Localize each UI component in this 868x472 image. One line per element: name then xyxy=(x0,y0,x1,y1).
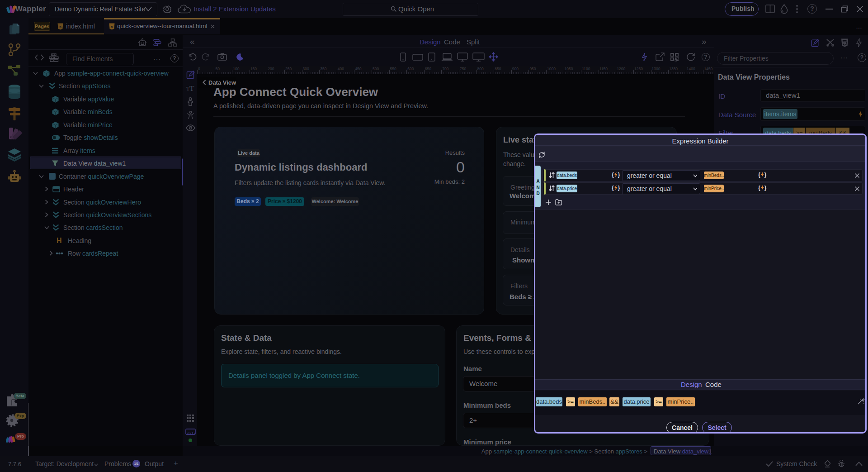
svg-text:5: 5 xyxy=(59,25,61,29)
svg-text:5: 5 xyxy=(111,25,113,29)
svg-text:T: T xyxy=(189,84,194,92)
